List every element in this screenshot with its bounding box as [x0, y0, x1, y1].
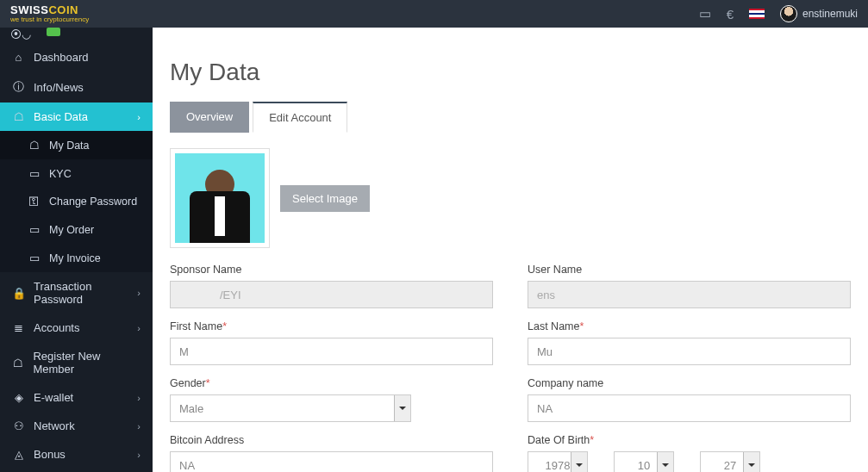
sidebar-sub-kyc[interactable]: ▭ KYC [0, 159, 153, 188]
sidebar-item-label: Accounts [34, 321, 79, 334]
sidebar-item-register[interactable]: ☖ Register New Member [0, 342, 153, 383]
tab-edit-account[interactable]: Edit Account [253, 102, 347, 133]
sidebar-submenu-basic-data: ☖ My Data ▭ KYC ⚿ Change Password ▭ My O… [0, 131, 153, 272]
doc-icon: ▭ [28, 252, 41, 264]
avatar [780, 5, 797, 22]
flag-uk-icon[interactable] [749, 9, 765, 19]
sidebar-item-label: Network [34, 419, 75, 432]
main-content: My Data Overview Edit Account Select Ima… [153, 28, 868, 472]
first-name-field[interactable] [170, 338, 493, 365]
key-icon: ⚿ [28, 196, 41, 208]
sidebar-item-basic-data[interactable]: ☖ Basic Data › [0, 102, 153, 131]
chevron-right-icon: › [137, 421, 141, 432]
list-icon: ≣ [12, 321, 25, 334]
doc-icon: ▭ [28, 223, 41, 236]
doc-icon: ▭ [28, 167, 41, 180]
sidebar-sub-label: My Order [49, 224, 94, 236]
gender-select[interactable] [170, 394, 411, 422]
user-icon: ☖ [12, 110, 25, 123]
sidebar-sub-label: Change Password [49, 196, 137, 208]
chevron-right-icon: › [137, 323, 141, 333]
chat-icon[interactable]: ▭ [699, 6, 711, 22]
sidebar: ⦿◡ ⌂ Dashboard ⓘ Info/News ☖ Basic Data … [0, 28, 153, 472]
sidebar-sub-my-invoice[interactable]: ▭ My Invoice [0, 244, 153, 272]
sidebar-item-label: Register New Member [33, 350, 141, 376]
brand[interactable]: SWISSCOIN we trust in cryptocurrency [10, 4, 89, 23]
dob-month-select[interactable] [614, 451, 674, 472]
dob-label: Date Of Birth* [528, 434, 851, 446]
sidebar-item-info[interactable]: ⓘ Info/News [0, 71, 153, 102]
brand-part1: SWISS [10, 3, 48, 16]
chevron-right-icon: › [137, 112, 141, 122]
sidebar-item-label: Bonus [34, 448, 66, 461]
info-icon: ⓘ [12, 79, 25, 95]
breadcrumb [153, 28, 868, 43]
sponsor-name-field [170, 281, 493, 308]
company-name-field[interactable] [528, 394, 851, 422]
dob-day-select[interactable] [700, 451, 760, 472]
last-name-label: Last Name* [528, 320, 851, 332]
sidebar-item-label: Dashboard [34, 51, 89, 64]
bonus-icon: ◬ [12, 448, 25, 461]
page-title: My Data [153, 43, 868, 102]
edit-account-panel: Select Image Sponsor Name First Name* Ge… [170, 133, 851, 472]
sidebar-account-stub: ⦿◡ [0, 28, 153, 43]
sidebar-sub-my-data[interactable]: ☖ My Data [0, 131, 153, 159]
bitcoin-address-field[interactable] [170, 451, 493, 472]
brand-part2: COIN [48, 3, 78, 16]
chevron-right-icon: › [137, 450, 141, 460]
brand-tagline: we trust in cryptocurrency [10, 16, 89, 23]
select-image-button[interactable]: Select Image [280, 185, 370, 212]
sidebar-sub-label: My Data [49, 140, 90, 152]
last-name-field[interactable] [528, 338, 851, 365]
dob-year-select[interactable] [528, 451, 588, 472]
diamond-icon: ◈ [12, 391, 25, 404]
gender-label: Gender* [170, 377, 493, 389]
sidebar-item-accounts[interactable]: ≣ Accounts › [0, 314, 153, 342]
network-icon: ⚇ [12, 419, 25, 432]
sidebar-item-shop[interactable]: 🛒 Shop › [0, 469, 153, 472]
sidebar-item-label: Info/News [34, 81, 84, 94]
sidebar-item-label: E-wallet [34, 391, 73, 404]
user-name-field [528, 281, 851, 308]
sidebar-sub-label: KYC [49, 168, 72, 180]
currency-icon[interactable]: € [727, 7, 734, 22]
sidebar-item-network[interactable]: ⚇ Network › [0, 412, 153, 440]
sidebar-item-label: Transaction Password [34, 280, 128, 306]
topbar: SWISSCOIN we trust in cryptocurrency ▭ €… [0, 0, 868, 28]
tab-overview[interactable]: Overview [170, 102, 249, 133]
chevron-right-icon: › [137, 393, 141, 403]
sidebar-sub-change-password[interactable]: ⚿ Change Password [0, 188, 153, 215]
person-add-icon: ☖ [12, 357, 24, 370]
first-name-label: First Name* [170, 320, 493, 332]
lock-icon: 🔒 [12, 287, 25, 300]
user-menu[interactable]: enstinemuki [780, 5, 858, 22]
company-name-label: Company name [528, 377, 851, 389]
bitcoin-address-label: Bitcoin Address [170, 434, 493, 446]
tabs: Overview Edit Account [170, 102, 851, 133]
sidebar-item-transaction-password[interactable]: 🔒 Transaction Password › [0, 272, 153, 314]
home-icon: ⌂ [12, 51, 25, 64]
profile-photo [170, 148, 270, 248]
username-label: enstinemuki [802, 8, 858, 20]
sidebar-item-dashboard[interactable]: ⌂ Dashboard [0, 43, 153, 71]
sidebar-item-ewallet[interactable]: ◈ E-wallet › [0, 383, 153, 412]
sponsor-name-label: Sponsor Name [170, 264, 493, 276]
sidebar-item-label: Basic Data [34, 110, 88, 123]
user-name-label: User Name [528, 264, 851, 276]
person-icon: ☖ [28, 139, 41, 152]
sidebar-item-bonus[interactable]: ◬ Bonus › [0, 440, 153, 469]
sidebar-sub-label: My Invoice [49, 252, 101, 264]
chevron-right-icon: › [137, 288, 141, 298]
sidebar-sub-my-order[interactable]: ▭ My Order [0, 215, 153, 244]
